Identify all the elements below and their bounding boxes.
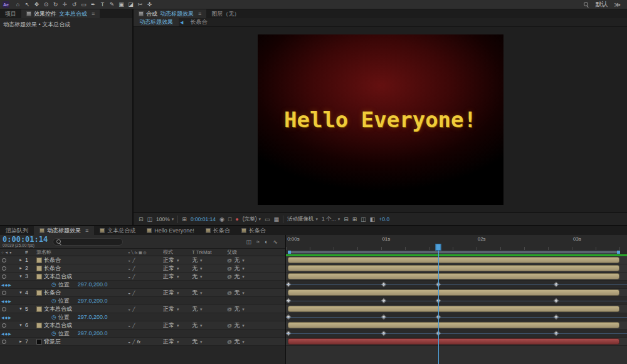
- visibility-eye-icon[interactable]: [2, 340, 6, 344]
- composition-canvas[interactable]: Hello Everyone!: [258, 34, 503, 205]
- orbit-camera-tool-icon[interactable]: ↻: [51, 1, 60, 9]
- selection-tool-icon[interactable]: ↖: [23, 1, 32, 9]
- viewer-tab-secondary[interactable]: 长条合: [184, 18, 213, 26]
- graph-editor-icon[interactable]: [273, 239, 278, 245]
- keyframe-navigator[interactable]: [1, 299, 11, 303]
- layer-duration-bar[interactable]: [288, 306, 619, 312]
- layer-row-3[interactable]: 3 文本总合成 正常 无 无: [0, 273, 285, 281]
- background-layer-bar[interactable]: [288, 338, 619, 345]
- layer-duration-bar[interactable]: [288, 273, 619, 279]
- layer-color-chip[interactable]: [36, 274, 42, 279]
- layer-row-2[interactable]: 2 长条合 正常 无 无: [0, 264, 285, 273]
- keyframe-marker[interactable]: [554, 298, 559, 303]
- layer-color-chip[interactable]: [36, 257, 42, 263]
- blend-mode-select[interactable]: 正常: [163, 289, 192, 297]
- motion-blur-icon[interactable]: [265, 239, 268, 245]
- time-ruler[interactable]: 0:00s01s02s03s: [286, 235, 627, 254]
- region-of-interest-icon[interactable]: [265, 216, 270, 222]
- frame-blend-icon[interactable]: [256, 239, 260, 245]
- expand-triangle-icon[interactable]: [19, 274, 23, 278]
- layer-switches[interactable]: [128, 265, 163, 271]
- visibility-eye-icon[interactable]: [2, 307, 6, 311]
- brush-tool-icon[interactable]: ✎: [107, 1, 117, 9]
- next-keyframe-icon[interactable]: [8, 283, 11, 287]
- puppet-tool-icon[interactable]: ✜: [145, 1, 154, 9]
- trkmat-select[interactable]: 无: [192, 321, 227, 330]
- prev-keyframe-icon[interactable]: [1, 283, 4, 287]
- eraser-tool-icon[interactable]: ◪: [126, 1, 135, 9]
- shape-tool-icon[interactable]: ▭: [79, 1, 88, 9]
- magnification-menu[interactable]: 100%: [156, 216, 174, 222]
- visibility-eye-icon[interactable]: [2, 274, 6, 279]
- transparency-grid-icon[interactable]: [274, 216, 280, 222]
- keyframe-marker[interactable]: [286, 315, 291, 320]
- expand-triangle-icon[interactable]: [19, 307, 23, 311]
- viewer-tab-main[interactable]: 动态标题效果: [134, 18, 179, 26]
- prev-keyframe-icon[interactable]: [1, 299, 4, 303]
- keyframe-marker[interactable]: [554, 282, 559, 287]
- keyframe-marker[interactable]: [381, 331, 386, 336]
- layer-color-chip[interactable]: [36, 306, 42, 312]
- zoom-tool-icon[interactable]: ⊙: [41, 1, 51, 9]
- tab-comp-wenben[interactable]: 文本总合成: [94, 226, 141, 235]
- viewer-lock-arrow-icon[interactable]: [179, 18, 184, 26]
- position-value[interactable]: 297.0,200.0: [78, 298, 108, 304]
- parent-select[interactable]: 无: [227, 321, 285, 330]
- add-keyframe-icon[interactable]: [5, 315, 8, 320]
- show-snapshot-icon[interactable]: [228, 216, 231, 222]
- layer-duration-bar[interactable]: [288, 289, 619, 296]
- trkmat-select[interactable]: 无: [192, 264, 227, 273]
- blend-mode-select[interactable]: 正常: [163, 264, 192, 273]
- expand-triangle-icon[interactable]: [19, 291, 23, 294]
- layer-switches[interactable]: [128, 257, 163, 263]
- workspace-button[interactable]: 默认: [596, 0, 608, 9]
- layer-row-1[interactable]: 1 长条合 正常 无 无: [0, 256, 285, 264]
- blend-mode-select[interactable]: 正常: [163, 321, 192, 330]
- trkmat-select[interactable]: 无: [192, 338, 227, 346]
- blend-mode-select[interactable]: 正常: [163, 256, 192, 264]
- keyframe-marker[interactable]: [286, 331, 291, 336]
- add-keyframe-icon[interactable]: [5, 283, 8, 287]
- keyframe-marker[interactable]: [286, 298, 291, 303]
- keyframe-marker[interactable]: [554, 331, 559, 336]
- shy-layers-icon[interactable]: [246, 239, 252, 245]
- grid-guides-icon[interactable]: [182, 216, 187, 222]
- parent-select[interactable]: 无: [227, 338, 285, 346]
- tab-render-queue[interactable]: 渲染队列: [0, 226, 34, 235]
- keyframe-navigator[interactable]: [1, 331, 11, 336]
- stopwatch-icon[interactable]: [51, 298, 56, 304]
- layer-row-5[interactable]: 5 文本总合成 正常 无 无: [0, 305, 285, 313]
- multi-view-icon[interactable]: [361, 216, 366, 222]
- layer-switches[interactable]: fx: [128, 338, 163, 345]
- tab-comp-hello[interactable]: Hello Everyone!: [141, 226, 200, 235]
- layer-row-4[interactable]: 4 长条合 正常 无 无: [0, 289, 285, 297]
- keyframe-marker[interactable]: [381, 315, 386, 320]
- layer-switches[interactable]: [128, 273, 163, 279]
- layer-switches[interactable]: [128, 306, 163, 312]
- layer-switches[interactable]: [128, 322, 163, 328]
- layer-switches[interactable]: [128, 289, 163, 296]
- current-time-indicator-handle[interactable]: [435, 244, 441, 251]
- snapshot-panel-icon[interactable]: [147, 216, 153, 222]
- blend-mode-select[interactable]: 正常: [163, 273, 192, 281]
- prev-keyframe-icon[interactable]: [1, 315, 4, 320]
- trkmat-select[interactable]: 无: [192, 289, 227, 297]
- layer-color-chip[interactable]: [36, 339, 42, 345]
- layer-duration-bar[interactable]: [288, 257, 619, 263]
- resolution-menu[interactable]: (完整): [243, 216, 261, 223]
- position-value[interactable]: 297.0,200.0: [78, 314, 108, 320]
- shared-view-icon[interactable]: [344, 216, 349, 222]
- parent-select[interactable]: 无: [227, 289, 285, 297]
- property-row-position[interactable]: 位置297.0,200.0: [0, 330, 285, 338]
- layer-color-chip[interactable]: [36, 266, 42, 271]
- visibility-eye-icon[interactable]: [2, 258, 6, 263]
- layer-row-6[interactable]: 6 文本总合成 正常 无 无: [0, 321, 285, 330]
- tab-effect-controls[interactable]: 效果控件 文本总合成: [21, 9, 100, 18]
- visibility-eye-icon[interactable]: [2, 323, 6, 328]
- home-tool-icon[interactable]: ⌂: [13, 1, 23, 9]
- panel-menu-icon[interactable]: [90, 11, 95, 17]
- position-value[interactable]: 297.0,200.0: [78, 330, 108, 336]
- expand-triangle-icon[interactable]: [19, 340, 23, 343]
- panel-menu-icon[interactable]: [83, 227, 88, 234]
- layer-color-chip[interactable]: [36, 290, 42, 296]
